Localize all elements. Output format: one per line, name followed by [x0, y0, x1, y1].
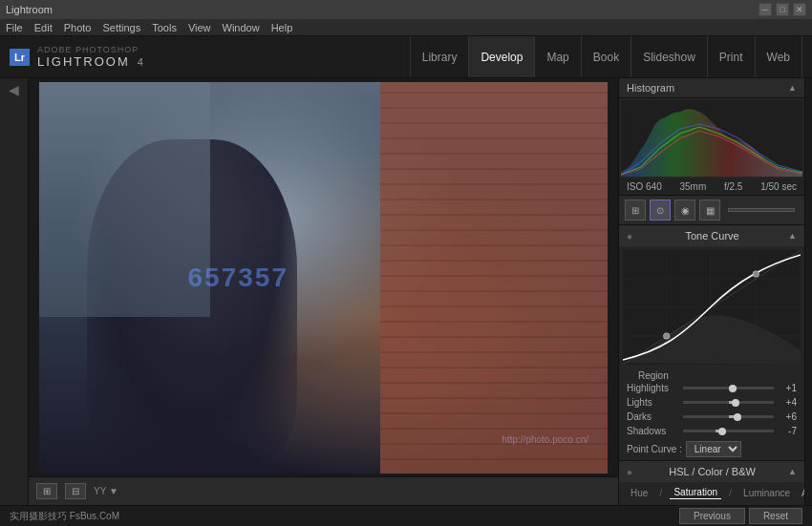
- histogram-title: Histogram: [627, 82, 674, 94]
- adobe-label: ADOBE PHOTOSHOP: [37, 45, 143, 54]
- minimize-button[interactable]: ─: [759, 3, 772, 16]
- gradient-tool[interactable]: ▦: [699, 200, 720, 221]
- bottom-reset-button[interactable]: Reset: [749, 508, 802, 524]
- right-panel: Histogram ▲: [618, 78, 804, 505]
- svg-point-10: [753, 271, 759, 277]
- title-bar: Lightroom ─ □ ✕: [0, 0, 812, 19]
- lr-badge: Lr: [10, 49, 30, 66]
- point-curve-row: Point Curve : Linear: [619, 438, 804, 460]
- main-photo: 657357 http://photo.poco.cn/: [39, 82, 608, 473]
- crop-tool[interactable]: ⊞: [625, 200, 646, 221]
- lights-track[interactable]: [683, 401, 774, 404]
- menu-help[interactable]: Help: [271, 22, 293, 33]
- hsl-toggle-icon: ▲: [788, 467, 797, 476]
- tab-print[interactable]: Print: [708, 36, 756, 77]
- sky-background: [39, 82, 210, 317]
- menu-settings[interactable]: Settings: [102, 22, 140, 33]
- hsl-tab-hue[interactable]: Hue: [627, 487, 652, 499]
- tone-curve-panel: ● Tone Curve ▲: [619, 225, 804, 461]
- histogram-header[interactable]: Histogram ▲: [619, 78, 804, 98]
- tab-map[interactable]: Map: [535, 36, 581, 77]
- darks-value: +6: [778, 411, 797, 422]
- compare-button[interactable]: ⊟: [65, 483, 86, 499]
- redeye-tool[interactable]: ◉: [674, 200, 695, 221]
- red-saturation-row: Red 0: [619, 503, 804, 505]
- tab-develop[interactable]: Develop: [469, 36, 535, 77]
- highlights-value: +1: [778, 383, 797, 393]
- hsl-tabs: Hue / Saturation / Luminance All: [619, 482, 804, 503]
- bottom-nav-buttons: Previous Reset: [679, 508, 802, 524]
- photo-editing-area: 657357 http://photo.poco.cn/ ⊞ ⊟ YY ▼: [29, 78, 618, 505]
- zoom-display[interactable]: YY ▼: [94, 486, 118, 496]
- brick-wall: [380, 82, 608, 473]
- darks-track[interactable]: [683, 415, 774, 418]
- tone-curve-title: Tone Curve: [685, 230, 738, 242]
- watermark-text: 657357: [188, 263, 288, 293]
- view-mode-button[interactable]: ⊞: [36, 483, 57, 499]
- shadows-label: Shadows: [627, 426, 679, 436]
- module-tabs: Library Develop Map Book Slideshow Print…: [410, 36, 802, 77]
- close-button[interactable]: ✕: [793, 3, 806, 16]
- darks-label: Darks: [627, 411, 679, 422]
- menu-tools[interactable]: Tools: [152, 22, 177, 33]
- menu-view[interactable]: View: [188, 22, 211, 33]
- window-controls[interactable]: ─ □ ✕: [759, 3, 806, 16]
- app-version: 4: [138, 56, 143, 68]
- point-curve-label: Point Curve :: [627, 444, 682, 454]
- histogram-display: [621, 100, 802, 177]
- tab-book[interactable]: Book: [582, 36, 631, 77]
- hsl-panel: ● HSL / Color / B&W ▲ Hue / Saturation /…: [619, 461, 804, 505]
- tone-curve-header[interactable]: ● Tone Curve ▲: [619, 225, 804, 246]
- spot-removal-tool[interactable]: ⊙: [650, 200, 671, 221]
- hsl-title: HSL / Color / B&W: [669, 466, 756, 477]
- maximize-button[interactable]: □: [776, 3, 789, 16]
- photo-toolbar: ⊞ ⊟ YY ▼: [29, 476, 618, 505]
- menu-edit[interactable]: Edit: [34, 22, 53, 33]
- auto-slider[interactable]: [728, 208, 795, 212]
- highlights-label: Highlights: [627, 383, 679, 393]
- menu-bar: File Edit Photo Settings Tools View Wind…: [0, 19, 812, 36]
- lights-label: Lights: [627, 397, 679, 408]
- status-text: 实用摄影技巧 FsBus.CoM: [10, 510, 119, 523]
- shutter-speed: 1/50 sec: [760, 181, 797, 192]
- tone-curve-graph[interactable]: [623, 250, 801, 365]
- left-expand-button[interactable]: ◀: [9, 82, 19, 97]
- right-scrollbar[interactable]: [804, 78, 812, 505]
- camera-metadata: ISO 640 35mm f/2.5 1/50 sec: [619, 179, 804, 196]
- app-name: LIGHTROOM: [37, 54, 130, 69]
- region-label: Region: [619, 368, 804, 381]
- left-panel: ◀: [0, 78, 29, 505]
- aperture-value: f/2.5: [724, 181, 742, 192]
- watermark-url: http://photo.poco.cn/: [502, 434, 588, 445]
- shadows-slider-row: Shadows -7: [619, 424, 804, 438]
- menu-photo[interactable]: Photo: [64, 22, 92, 33]
- focal-length: 35mm: [679, 181, 706, 192]
- tone-curve-toggle-icon: ▲: [788, 231, 797, 241]
- tab-web[interactable]: Web: [756, 36, 802, 77]
- menu-file[interactable]: File: [6, 22, 23, 33]
- bottom-previous-button[interactable]: Previous: [679, 508, 745, 524]
- lights-slider-row: Lights +4: [619, 395, 804, 410]
- point-curve-select[interactable]: Linear: [686, 441, 741, 457]
- shadows-track[interactable]: [683, 430, 774, 432]
- app-title: Lightroom: [6, 4, 53, 15]
- histogram-toggle-icon: ▲: [788, 83, 797, 93]
- shadows-value: -7: [778, 426, 797, 436]
- highlights-track[interactable]: [683, 387, 774, 389]
- highlights-slider-row: Highlights +1: [619, 381, 804, 395]
- develop-tools: ⊞ ⊙ ◉ ▦: [619, 196, 804, 225]
- hsl-header[interactable]: ● HSL / Color / B&W ▲: [619, 461, 804, 482]
- tab-library[interactable]: Library: [410, 36, 470, 77]
- hsl-enable[interactable]: ●: [627, 467, 632, 477]
- app-logo: Lr ADOBE PHOTOSHOP LIGHTROOM 4: [10, 45, 143, 69]
- tone-curve-enable[interactable]: ●: [627, 231, 632, 242]
- iso-value: ISO 640: [627, 181, 662, 192]
- status-bar: 实用摄影技巧 FsBus.CoM Previous Reset: [0, 505, 812, 526]
- menu-window[interactable]: Window: [223, 22, 260, 33]
- tab-slideshow[interactable]: Slideshow: [631, 36, 708, 77]
- hsl-tab-luminance[interactable]: Luminance: [739, 487, 794, 499]
- hsl-divider-1: /: [659, 487, 662, 498]
- hsl-tab-saturation[interactable]: Saturation: [670, 486, 721, 499]
- darks-slider-row: Darks +6: [619, 410, 804, 424]
- photo-viewer[interactable]: 657357 http://photo.poco.cn/: [29, 78, 618, 476]
